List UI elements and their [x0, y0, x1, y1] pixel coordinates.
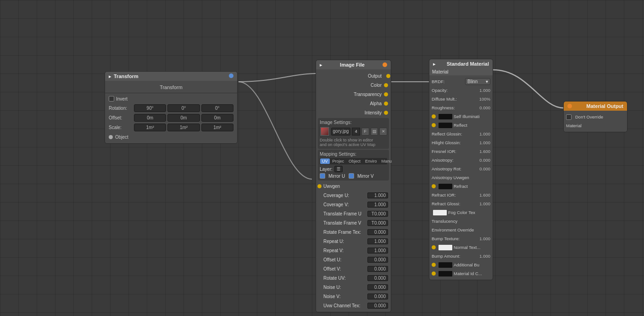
- rotate-uv-row: Rotate UV: 0.000: [316, 273, 391, 282]
- refract-label: Refract: [454, 184, 468, 189]
- normal-text-swatch: [439, 245, 452, 250]
- alpha-socket: [384, 102, 388, 106]
- refract-ior-label: Refract IOR:: [432, 192, 477, 198]
- transform-output-socket[interactable]: [229, 73, 233, 78]
- diffuse-label: Diffuse Mult.:: [432, 96, 477, 102]
- rotate-frame-row: Rotate Frame Tex: 0.000: [316, 227, 391, 237]
- invert-checkbox[interactable]: [109, 96, 114, 102]
- transform-body: Transform Invert Rotation: 90° 0° 0° Off…: [105, 81, 237, 143]
- uww-channel-val[interactable]: 0.000: [367, 303, 388, 309]
- coverage-v-row: Coverage V: 1.000: [316, 200, 391, 209]
- coverage-v-label: Coverage V:: [323, 202, 367, 207]
- noise-u-row: Noise U: 0.000: [316, 282, 391, 292]
- standard-material-header: ▸ Standard Material: [429, 59, 493, 68]
- offset-u-val[interactable]: 0.000: [367, 257, 388, 263]
- translate-u-val[interactable]: T0.000: [367, 211, 388, 217]
- environment-override-row: Environment Override: [429, 226, 493, 234]
- image-desc2: and on object's active UV Map: [320, 142, 387, 147]
- transparency-socket: [384, 92, 388, 96]
- dont-override-checkbox[interactable]: [566, 114, 572, 120]
- hilight-glossin-row: Hilight Glossin: 1.000: [429, 138, 493, 147]
- image-desc: Double click to show in editor: [320, 138, 387, 142]
- layer-field[interactable]: ☰: [334, 166, 343, 172]
- image-file-body: Output Color Transparency Alpha Intensit…: [316, 69, 391, 312]
- material-sub-header: Material: [429, 68, 493, 75]
- frame-num[interactable]: 4: [352, 128, 360, 135]
- environment-override-label: Environment Override: [432, 227, 490, 232]
- additional-bu-socket: [432, 263, 436, 267]
- roughness-row: Roughness: 0.000: [429, 103, 493, 112]
- normal-text-socket: [432, 245, 436, 249]
- coverage-v-val[interactable]: 1.000: [367, 202, 388, 208]
- tab-project[interactable]: Projec: [331, 158, 346, 164]
- mirror-u-checkbox[interactable]: [320, 173, 325, 179]
- invert-row: Invert: [105, 94, 237, 103]
- image-close-btn[interactable]: ✕: [379, 128, 387, 135]
- mirror-u-label: Mirror U: [320, 173, 345, 179]
- diffuse-val: 100%: [479, 96, 490, 102]
- rotation-x[interactable]: 90°: [134, 104, 166, 112]
- intensity-row: Intensity: [316, 108, 391, 117]
- rotation-row: Rotation: 90° 0° 0°: [105, 103, 237, 113]
- frame-mode[interactable]: F: [361, 128, 369, 135]
- rotation-z[interactable]: 0°: [201, 104, 233, 112]
- scale-x[interactable]: 1m²: [134, 124, 166, 131]
- coverage-u-val[interactable]: 1.000: [367, 192, 388, 198]
- anisotropy-label: Anisotropy:: [432, 158, 477, 163]
- noise-u-val[interactable]: 0.000: [367, 284, 388, 290]
- color-socket: [384, 83, 388, 87]
- brdf-dropdown[interactable]: Blinn ▾: [465, 78, 490, 85]
- repeat-u-val[interactable]: 1.000: [367, 238, 388, 244]
- offset-v-val[interactable]: 0.000: [367, 266, 388, 272]
- scale-z[interactable]: 1m²: [201, 124, 233, 131]
- uww-channel-label: Uvw Channel Tex:: [323, 303, 367, 308]
- mirror-v-checkbox[interactable]: [349, 173, 354, 179]
- rotation-y[interactable]: 0°: [167, 104, 200, 112]
- refract-swatch: [439, 184, 452, 189]
- roughness-label: Roughness:: [432, 105, 477, 110]
- refract-ior-val: 1.600: [479, 192, 490, 198]
- scale-fields: 1m² 1m² 1m²: [134, 124, 233, 131]
- repeat-u-row: Repeat U: 1.000: [316, 237, 391, 246]
- offset-u-label: Offset U:: [323, 257, 367, 262]
- intensity-label: Intensity: [365, 110, 382, 115]
- scale-y[interactable]: 1m²: [167, 124, 200, 131]
- refract-glossi-label: Refract Glossi:: [432, 201, 477, 206]
- translate-v-val[interactable]: T0.000: [367, 220, 388, 226]
- bump-texture-label: Bump Texture:: [432, 236, 477, 241]
- transform-title: Transform: [114, 73, 139, 79]
- image-settings-btn[interactable]: ▤: [371, 128, 378, 135]
- rotate-frame-val[interactable]: 0.000: [367, 229, 388, 235]
- tab-enviro[interactable]: Enviro: [363, 158, 379, 164]
- hilight-glossin-label: Hilight Glossin:: [432, 140, 477, 145]
- repeat-v-val[interactable]: 1.000: [367, 248, 388, 254]
- transform-node: ▸ Transform Transform Invert Rotation: 9…: [105, 71, 238, 144]
- tab-manu[interactable]: Manu: [380, 158, 394, 164]
- fog-color-row: Fog Color Tex: [429, 208, 493, 217]
- offset-y[interactable]: 0m: [167, 114, 200, 122]
- uww-channel-row: Uvw Channel Tex: 0.000: [316, 301, 391, 310]
- material-output-input-socket: [567, 104, 572, 108]
- tab-uv[interactable]: UV: [320, 158, 330, 164]
- offset-z[interactable]: 0m: [201, 114, 233, 122]
- refract-glossi-row: Refract Glossi: 1.000: [429, 199, 493, 208]
- invert-label: Invert: [116, 96, 128, 102]
- reflect-row: Reflect: [429, 121, 493, 130]
- noise-v-label: Noise V:: [323, 294, 367, 299]
- offset-label: Offset:: [109, 115, 134, 120]
- transparency-label: Transparency: [354, 92, 382, 97]
- translate-u-label: Translate Frame U: [323, 211, 367, 216]
- alpha-row: Alpha: [316, 99, 391, 108]
- repeat-v-label: Repeat V:: [323, 248, 367, 253]
- rotation-label: Rotation:: [109, 106, 134, 111]
- filename-field[interactable]: gory.jpg: [331, 128, 351, 135]
- brdf-row: BRDF: Blinn ▾: [429, 77, 493, 86]
- tab-object[interactable]: Object: [347, 158, 362, 164]
- noise-v-val[interactable]: 0.000: [367, 293, 388, 299]
- rotate-uv-val[interactable]: 0.000: [367, 275, 388, 281]
- anisotropy-rot-val: 0.000: [479, 166, 490, 171]
- offset-x[interactable]: 0m: [134, 114, 166, 122]
- additional-bu-row: Additional Bu: [429, 260, 493, 269]
- anisotropy-row: Anisotropy: 0.000: [429, 156, 493, 164]
- layer-label: Layer:: [320, 167, 333, 172]
